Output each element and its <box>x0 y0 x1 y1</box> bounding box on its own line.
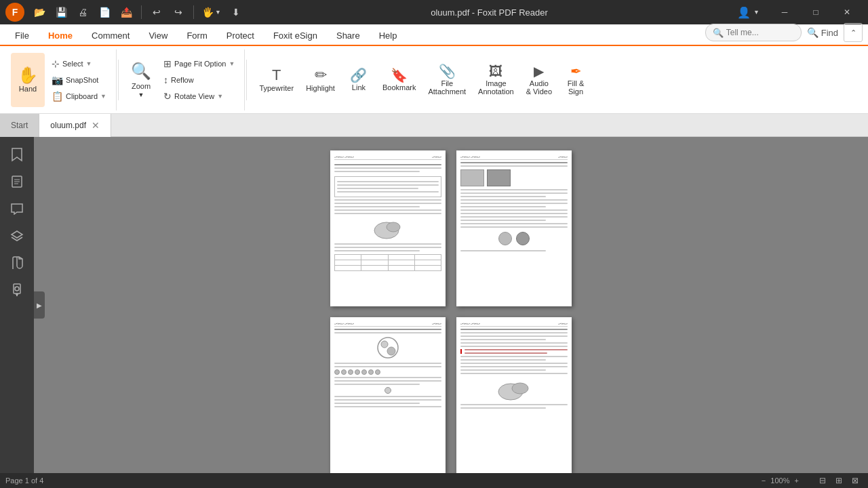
ribbon-tabs: File Home Comment View Form Protect Foxi… <box>0 24 868 46</box>
share-button[interactable]: 📤 <box>117 3 136 22</box>
two-page-view-button[interactable]: ⊞ <box>831 473 846 488</box>
hand-icon: ✋ <box>18 67 38 83</box>
tab-file[interactable]: File <box>5 26 39 46</box>
fill-sign-icon: ✒ <box>570 64 582 78</box>
print-button[interactable]: 🖨 <box>73 3 92 22</box>
typewriter-icon: T <box>272 68 281 83</box>
clipboard-label: Clipboard <box>66 92 98 100</box>
select-label: Select <box>62 60 83 68</box>
save-button[interactable]: 💾 <box>52 3 71 22</box>
pdf-page-3[interactable]: بروبيوس بروبيوس بروبيوس <box>330 317 446 473</box>
sidebar-comments-button[interactable] <box>5 197 29 221</box>
snapshot-label: SnapShot <box>66 76 98 84</box>
file-attachment-button[interactable]: 📎 FileAttachment <box>422 53 471 107</box>
hand-dropdown-button[interactable]: 🖐▼ <box>199 3 224 22</box>
svg-point-13 <box>387 347 395 355</box>
minimize-button[interactable]: ─ <box>769 0 800 24</box>
tab-home[interactable]: Home <box>39 26 82 46</box>
statusbar: Page 1 of 4 − 100% + ⊟ ⊞ ⊠ <box>0 473 868 488</box>
close-tab-button[interactable]: ✕ <box>92 120 100 131</box>
tab-protect[interactable]: Protect <box>217 26 264 46</box>
doc-tabs: Start oluum.pdf ✕ <box>0 114 868 137</box>
rotate-icon: ↻ <box>163 91 172 102</box>
expand-ribbon-button[interactable]: ⌃ <box>844 23 863 42</box>
expand-sidebar-button[interactable]: ▶ <box>34 291 45 319</box>
account-button[interactable]: 👤 ▼ <box>733 5 764 20</box>
redo-button[interactable]: ↪ <box>169 3 188 22</box>
pdf-page-2[interactable]: بروبيوس بروبيوس بروبيوس <box>456 150 572 306</box>
zoom-button[interactable]: 🔍 Zoom ▼ <box>125 53 157 107</box>
reflow-button[interactable]: ↕ Reflow <box>159 73 239 87</box>
sidebar-pages-button[interactable] <box>5 169 29 194</box>
zoom-out-button[interactable]: − <box>762 476 766 485</box>
task-button[interactable]: ⬇ <box>226 3 245 22</box>
sidebar-signatures-button[interactable] <box>5 278 29 302</box>
rotate-chevron: ▼ <box>217 93 223 100</box>
find-label: Find <box>821 28 838 38</box>
audio-video-icon: ▶ <box>534 64 544 78</box>
pdf-page-1[interactable]: بروبيوس بروبيوس بروبيوس <box>330 150 446 306</box>
hand-label: Hand <box>19 85 37 93</box>
scroll-view-button[interactable]: ⊠ <box>848 473 863 488</box>
reflow-icon: ↕ <box>163 75 168 85</box>
typewriter-button[interactable]: T Typewriter <box>254 53 299 107</box>
pdf-pages: بروبيوس بروبيوس بروبيوس <box>330 150 572 473</box>
sidebar-bookmark-button[interactable] <box>5 142 29 167</box>
zoom-chevron: ▼ <box>138 92 144 98</box>
pdf-page-4[interactable]: بروبيوس بروبيوس بروبيوس <box>456 317 572 473</box>
svg-point-12 <box>381 341 388 348</box>
select-icon: ⊹ <box>52 58 60 69</box>
zoom-in-button[interactable]: + <box>795 476 799 485</box>
file-attachment-icon: 📎 <box>439 64 456 78</box>
undo-button[interactable]: ↩ <box>147 3 166 22</box>
reflow-label: Reflow <box>171 76 194 84</box>
ribbon-toolbar: ✋ Hand ⊹ Select ▼ 📷 SnapShot 📋 Clipboard… <box>0 46 868 114</box>
snapshot-button[interactable]: 📷 SnapShot <box>47 73 111 87</box>
clipboard-button[interactable]: 📋 Clipboard ▼ <box>47 89 111 104</box>
zoom-label: Zoom <box>132 82 151 90</box>
svg-point-11 <box>378 338 398 358</box>
highlight-button[interactable]: ✏ Highlight <box>300 53 340 107</box>
pdf-area[interactable]: بروبيوس بروبيوس بروبيوس <box>34 137 868 473</box>
main-area: ▶ بروبيوس بروبيوس بروبيوس <box>0 137 868 473</box>
clipboard-chevron: ▼ <box>100 93 106 100</box>
tab-help[interactable]: Help <box>370 26 407 46</box>
tab-oluum[interactable]: oluum.pdf ✕ <box>39 114 111 137</box>
highlight-icon: ✏ <box>315 68 327 83</box>
hand-button[interactable]: ✋ Hand <box>11 53 45 107</box>
new-button[interactable]: 📄 <box>95 3 114 22</box>
tab-view[interactable]: View <box>139 26 177 46</box>
tab-comment[interactable]: Comment <box>82 26 139 46</box>
link-button[interactable]: 🔗 Link <box>342 53 376 107</box>
open-button[interactable]: 📂 <box>30 3 49 22</box>
select-group: ⊹ Select ▼ 📷 SnapShot 📋 Clipboard ▼ <box>47 53 111 107</box>
select-button[interactable]: ⊹ Select ▼ <box>47 56 111 71</box>
hand-group: ✋ Hand ⊹ Select ▼ 📷 SnapShot 📋 Clipboard… <box>5 49 117 110</box>
page-info: Page 1 of 4 <box>5 476 43 485</box>
image-annotation-icon: 🖼 <box>489 64 502 78</box>
maximize-button[interactable]: □ <box>800 0 831 24</box>
titlebar-tools: 📂 💾 🖨 📄 📤 ↩ ↪ 🖐▼ ⬇ <box>30 3 245 22</box>
bookmark-icon: 🔖 <box>391 68 408 82</box>
tellme-input[interactable] <box>726 28 794 37</box>
rotate-view-button[interactable]: ↻ Rotate View ▼ <box>159 89 239 104</box>
tab-share[interactable]: Share <box>327 26 370 46</box>
zoom-group: 🔍 Zoom ▼ ⊞ Page Fit Option ▼ ↕ Reflow ↻ … <box>120 49 245 110</box>
tab-start[interactable]: Start <box>0 114 39 137</box>
fill-sign-button[interactable]: ✒ Fill &Sign <box>559 53 593 107</box>
audio-video-button[interactable]: ▶ Audio& Video <box>521 53 557 107</box>
tab-foxit-esign[interactable]: Foxit eSign <box>264 26 327 46</box>
select-chevron: ▼ <box>86 60 92 67</box>
single-page-view-button[interactable]: ⊟ <box>815 473 830 488</box>
link-icon: 🔗 <box>350 68 367 82</box>
zoom-level-value: 100% <box>770 476 789 485</box>
find-button[interactable]: 🔍 Find <box>807 27 838 38</box>
image-annotation-button[interactable]: 🖼 ImageAnnotation <box>473 53 519 107</box>
close-button[interactable]: ✕ <box>831 0 863 24</box>
page-fit-button[interactable]: ⊞ Page Fit Option ▼ <box>159 56 239 71</box>
sidebar-layers-button[interactable] <box>5 224 29 248</box>
tab-form[interactable]: Form <box>177 26 216 46</box>
sidebar-attachments-button[interactable] <box>5 251 29 275</box>
tellme-search[interactable]: 🔍 <box>705 24 802 41</box>
bookmark-button[interactable]: 🔖 Bookmark <box>377 53 422 107</box>
